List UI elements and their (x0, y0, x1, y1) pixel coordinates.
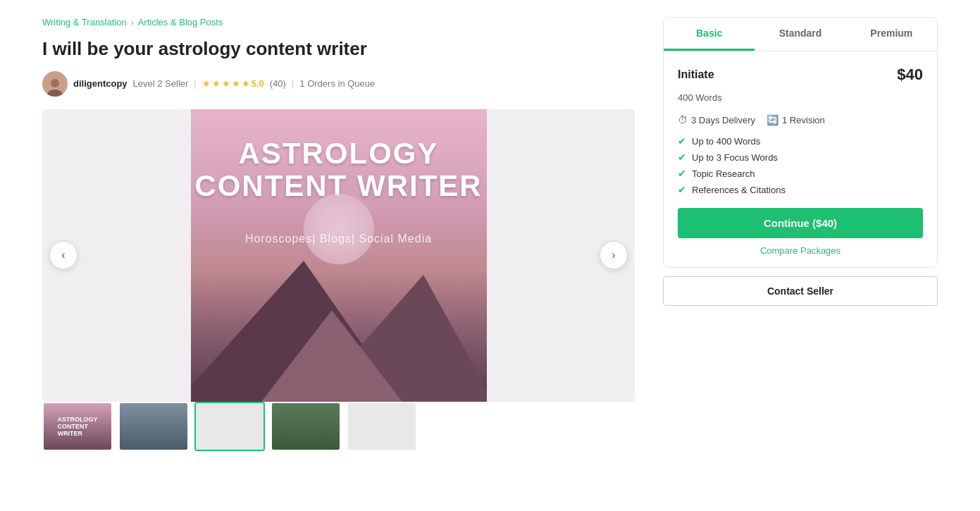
pricing-panel: Basic Standard Premium Initiate $40 400 … (663, 17, 938, 462)
divider2: | (292, 78, 294, 89)
tab-premium[interactable]: Premium (846, 18, 937, 51)
poster-subtitle: Horoscopes| Blogs| Social Media (191, 233, 487, 245)
feature-2: ✔ Up to 3 Focus Words (678, 152, 923, 163)
rating-count: (40) (270, 78, 286, 89)
delivery-days-label: 3 Days Delivery (691, 115, 755, 125)
breadcrumb-child-link[interactable]: Articles & Blog Posts (138, 17, 223, 27)
tab-basic[interactable]: Basic (664, 18, 755, 51)
star-5: ★ (242, 78, 250, 89)
features-list: ✔ Up to 400 Words ✔ Up to 3 Focus Words … (678, 135, 923, 195)
tab-standard[interactable]: Standard (755, 18, 845, 51)
star-3: ★ (222, 78, 230, 89)
feature-4-label: References & Citations (692, 185, 786, 195)
orders-queue: 1 Orders in Queue (299, 78, 375, 89)
breadcrumb-separator: › (131, 18, 134, 27)
poster-title: ASTROLOGY CONTENT WRITER (191, 137, 487, 202)
thumb-1-inner: ASTROLOGYCONTENTWRITER (44, 403, 111, 450)
feature-4: ✔ References & Citations (678, 184, 923, 195)
breadcrumb: Writing & Translation › Articles & Blog … (42, 17, 635, 27)
price-row: Initiate $40 (678, 66, 923, 84)
poster-mountain-3 (261, 310, 402, 402)
gallery-prev-button[interactable]: ‹ (49, 241, 77, 269)
star-rating: ★ ★ ★ ★ ★ 5.0 (202, 78, 264, 89)
feature-3: ✔ Topic Research (678, 168, 923, 179)
poster-moon (304, 194, 374, 264)
thumb-4-inner (272, 403, 340, 450)
chevron-right-icon: › (612, 249, 615, 261)
gig-title: I will be your astrology content writer (42, 37, 635, 61)
gallery-next-button[interactable]: › (600, 241, 628, 269)
thumbnail-5[interactable] (347, 402, 417, 451)
rating-score: 5.0 (252, 78, 264, 89)
star-2: ★ (212, 78, 221, 89)
thumb-2-inner (120, 403, 187, 450)
feature-1: ✔ Up to 400 Words (678, 135, 923, 147)
feature-1-label: Up to 400 Words (692, 136, 760, 147)
pricing-card: Basic Standard Premium Initiate $40 400 … (663, 17, 938, 268)
seller-name[interactable]: diligentcopy (73, 78, 128, 89)
thumb-5-inner (348, 403, 416, 450)
thumb-3-inner (196, 403, 263, 450)
thumbnail-4[interactable] (271, 402, 341, 451)
feature-2-label: Up to 3 Focus Words (692, 152, 778, 163)
avatar-image (44, 75, 66, 97)
package-name: Initiate (678, 68, 714, 81)
poster-background: ASTROLOGY CONTENT WRITER Horoscopes| Blo… (191, 109, 487, 402)
svg-point-0 (51, 79, 59, 87)
compare-packages-link[interactable]: Compare Packages (678, 245, 923, 256)
breadcrumb-parent-link[interactable]: Writing & Translation (42, 17, 127, 27)
feature-3-label: Topic Research (692, 168, 755, 179)
pricing-tabs: Basic Standard Premium (664, 18, 937, 51)
main-image: ‹ ASTROLOGY CONTENT WRITER Horoscopes| B… (42, 109, 635, 402)
delivery-row: ⏱ 3 Days Delivery 🔄 1 Revision (678, 114, 923, 125)
clock-icon: ⏱ (678, 114, 688, 125)
revisions-label: 1 Revision (782, 115, 825, 125)
check-icon-4: ✔ (678, 184, 686, 195)
seller-row: diligentcopy Level 2 Seller | ★ ★ ★ ★ ★ … (42, 71, 635, 97)
chevron-left-icon: ‹ (61, 249, 65, 261)
star-1: ★ (202, 78, 211, 89)
check-icon-2: ✔ (678, 152, 686, 163)
contact-seller-button[interactable]: Contact Seller (663, 276, 938, 306)
gig-poster: ASTROLOGY CONTENT WRITER Horoscopes| Blo… (191, 109, 487, 402)
pricing-body: Initiate $40 400 Words ⏱ 3 Days Delivery… (664, 51, 937, 267)
package-words: 400 Words (678, 92, 923, 103)
package-price: $40 (897, 66, 923, 84)
gallery: ‹ ASTROLOGY CONTENT WRITER Horoscopes| B… (42, 109, 635, 454)
star-4: ★ (232, 78, 240, 89)
thumbnail-2[interactable] (118, 402, 189, 451)
svg-point-1 (47, 90, 63, 97)
revisions-item: 🔄 1 Revision (767, 114, 825, 125)
check-icon-3: ✔ (678, 168, 686, 179)
thumbnail-1[interactable]: ASTROLOGYCONTENTWRITER (42, 402, 113, 451)
continue-button[interactable]: Continue ($40) (678, 208, 923, 238)
delivery-days-item: ⏱ 3 Days Delivery (678, 114, 755, 125)
thumbnail-strip: ASTROLOGYCONTENTWRITER (42, 402, 635, 454)
seller-level: Level 2 Seller (133, 78, 189, 89)
refresh-icon: 🔄 (767, 114, 779, 125)
divider: | (194, 78, 196, 89)
avatar (42, 71, 68, 97)
thumbnail-3[interactable] (194, 402, 265, 451)
check-icon-1: ✔ (678, 135, 686, 147)
